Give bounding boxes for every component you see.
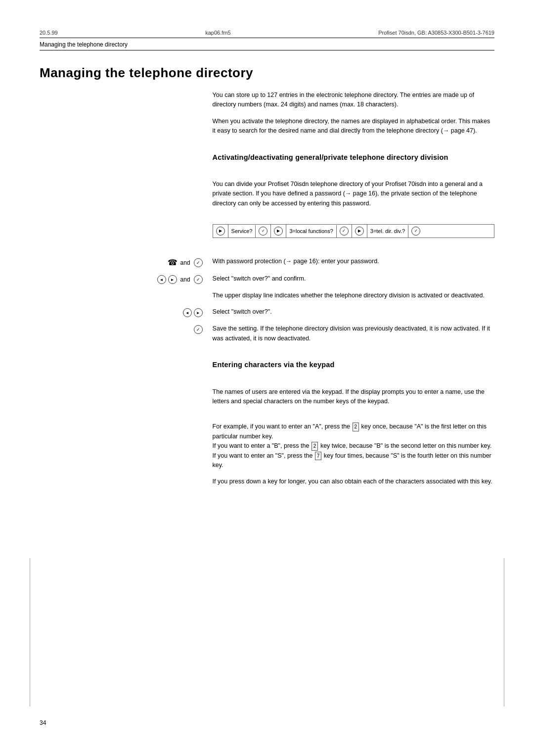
section2-para1-left xyxy=(40,387,213,414)
header-product: Profiset 70isdn, GB: A30853-X300-B501-3-… xyxy=(378,30,494,36)
step1-row: ☎ and ✓ With password protection (→ page… xyxy=(40,257,494,267)
step4-row: ✓ Save the setting. If the telephone dir… xyxy=(40,324,494,343)
step3-left-icon: ◄ xyxy=(183,308,192,317)
section2: Entering characters via the keypad The n… xyxy=(40,350,494,493)
section1-heading-row: Activating/deactivating general/private … xyxy=(40,152,494,171)
step1-check-icon: ✓ xyxy=(194,258,203,267)
nav-bar-row: ▶ Service? ✓ ▶ 3=local functions? ✓ xyxy=(40,224,494,248)
section2-para2: For example, if you want to enter an "A"… xyxy=(213,422,494,470)
nav-bar: ▶ Service? ✓ ▶ 3=local functions? ✓ xyxy=(213,224,494,238)
section2-heading-row: Entering characters via the keypad xyxy=(40,350,494,378)
section2-heading: Entering characters via the keypad xyxy=(213,359,494,370)
section2-para234-row: For example, if you want to enter an "A"… xyxy=(40,422,494,493)
section2-para234-left xyxy=(40,422,213,493)
nav-local-label: 3=local functions? xyxy=(289,227,333,236)
left-margin-rule xyxy=(30,558,30,707)
nav-service-label: Service? xyxy=(231,227,253,236)
section2-heading-left xyxy=(40,350,213,378)
page-number: 34 xyxy=(40,719,46,726)
section2-para1-row: The names of users are entered via the k… xyxy=(40,387,494,414)
section2-para5: If you press down a key for longer, you … xyxy=(213,477,494,486)
intro-para2: When you activate the telephone director… xyxy=(213,117,494,136)
nav-circle4-icon: ▶ xyxy=(355,227,364,236)
info-row: The upper display line indicates whether… xyxy=(40,291,494,300)
nav-teldir-label: 3=tel. dir. div.? xyxy=(370,227,405,236)
page-footer: 34 xyxy=(40,719,46,726)
nav-circle2-icon: ▶ xyxy=(274,227,283,236)
step2-right-icon: ► xyxy=(168,275,177,284)
section2-para1-right: The names of users are entered via the k… xyxy=(213,387,494,414)
header-rule xyxy=(40,38,494,38)
step4-text: Save the setting. If the telephone direc… xyxy=(213,324,494,343)
intro-col-right: You can store up to 127 entries in the e… xyxy=(213,91,494,143)
intro-col-left xyxy=(40,91,213,143)
step3-icon: ◄ ► xyxy=(40,307,213,317)
nav-circle3-icon: ✓ xyxy=(340,227,349,236)
step2-check-icon: ✓ xyxy=(194,275,203,284)
step3-description: Select "switch over?". xyxy=(213,308,272,315)
section1-body-left xyxy=(40,180,213,215)
breadcrumb: Managing the telephone directory xyxy=(40,41,494,48)
section1-body: You can divide your Profiset 70isdn tele… xyxy=(213,180,494,208)
step3-text: Select "switch over?". xyxy=(213,307,494,317)
step1-text: With password protection (→ page 16): en… xyxy=(213,257,494,266)
phone-icon: ☎ xyxy=(168,258,178,267)
section1-heading: Activating/deactivating general/private … xyxy=(213,152,494,163)
nav-item-circle1: ✓ xyxy=(256,225,271,237)
key-7: 7 xyxy=(315,452,322,461)
step3-row: ◄ ► Select "switch over?". xyxy=(40,307,494,317)
nav-circle1-icon: ✓ xyxy=(259,227,267,236)
nav-item-circle4: ▶ xyxy=(352,225,367,237)
right-margin-rule xyxy=(504,558,504,707)
nav-item-play: ▶ xyxy=(213,225,228,237)
step2-text: Select "switch over?" and confirm. xyxy=(213,274,494,284)
section1-body-row: You can divide your Profiset 70isdn tele… xyxy=(40,180,494,215)
header-file: kap06.fm5 xyxy=(205,30,230,36)
info-text: The upper display line indicates whether… xyxy=(213,291,494,300)
nav-item-teldir: 3=tel. dir. div.? xyxy=(367,225,408,237)
step2-and-label: and xyxy=(180,276,190,283)
nav-bar-right: ▶ Service? ✓ ▶ 3=local functions? ✓ xyxy=(213,224,494,248)
step2-icon: ◄ ► and ✓ xyxy=(40,274,213,284)
step4-check-icon: ✓ xyxy=(194,325,203,334)
step1-icon: ☎ and ✓ xyxy=(40,257,213,267)
step1-and-label: and xyxy=(180,259,190,266)
section2-para1: The names of users are entered via the k… xyxy=(213,387,494,407)
section1-heading-right: Activating/deactivating general/private … xyxy=(213,152,494,171)
step4-description: Save the setting. If the telephone direc… xyxy=(213,325,490,341)
step3-right-icon: ► xyxy=(194,308,203,317)
nav-item-service: Service? xyxy=(228,225,256,237)
info-icon-cell xyxy=(40,291,213,292)
section1-body-right: You can divide your Profiset 70isdn tele… xyxy=(213,180,494,215)
step2-description: Select "switch over?" and confirm. xyxy=(213,275,306,282)
nav-item-circle5: ✓ xyxy=(408,225,423,237)
breadcrumb-rule xyxy=(40,50,494,50)
nav-circle5-icon: ✓ xyxy=(411,227,420,236)
nav-item-circle2: ▶ xyxy=(271,225,286,237)
nav-item-local: 3=local functions? xyxy=(286,225,336,237)
nav-bar-left xyxy=(40,224,213,248)
nav-play-icon: ▶ xyxy=(216,227,225,236)
intro-para1: You can store up to 127 entries in the e… xyxy=(213,91,494,110)
intro-section: You can store up to 127 entries in the e… xyxy=(40,91,494,143)
key-2b: 2 xyxy=(312,442,318,451)
info-description: The upper display line indicates whether… xyxy=(213,292,485,299)
header-date: 20.5.99 xyxy=(40,30,58,36)
section2-para234-right: For example, if you want to enter an "A"… xyxy=(213,422,494,493)
step2-row: ◄ ► and ✓ Select "switch over?" and conf… xyxy=(40,274,494,284)
step2-left-icon: ◄ xyxy=(157,275,166,284)
step4-icon: ✓ xyxy=(40,324,213,334)
nav-item-circle3: ✓ xyxy=(337,225,352,237)
page-title: Managing the telephone directory xyxy=(40,65,494,81)
key-2: 2 xyxy=(353,423,359,431)
section1-heading-left xyxy=(40,152,213,171)
step1-description: With password protection (→ page 16): en… xyxy=(213,258,379,265)
section2-heading-right: Entering characters via the keypad xyxy=(213,350,494,378)
header-meta: 20.5.99 kap06.fm5 Profiset 70isdn, GB: A… xyxy=(40,30,494,36)
